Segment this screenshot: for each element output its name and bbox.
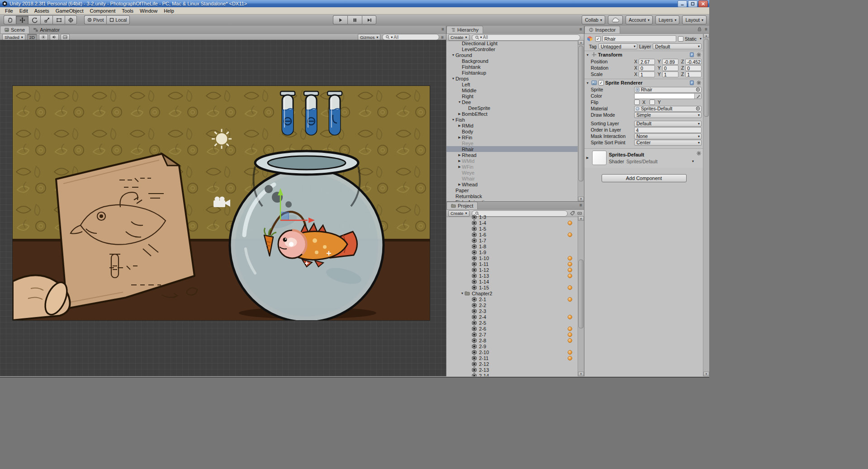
- rotate-tool-button[interactable]: [28, 15, 40, 24]
- local-button[interactable]: Local: [106, 15, 130, 24]
- fold-arrow-icon[interactable]: ▼: [451, 53, 455, 57]
- tag-dropdown[interactable]: Untagged▾: [598, 43, 637, 49]
- hierarchy-item-dee[interactable]: ▼Dee: [446, 99, 578, 105]
- project-item-2-2[interactable]: 2-2: [446, 302, 578, 308]
- flip-y-checkbox[interactable]: [650, 99, 655, 105]
- gear-icon[interactable]: [696, 80, 702, 85]
- scroll-up-icon[interactable]: ▲: [703, 33, 709, 38]
- hierarchy-item-wfin[interactable]: ▶WFin: [446, 164, 578, 170]
- rect-tool-button[interactable]: [52, 15, 65, 24]
- fold-arrow-icon[interactable]: ▶: [585, 156, 590, 160]
- fold-arrow-icon[interactable]: ▶: [457, 153, 462, 157]
- hierarchy-item-rfin[interactable]: ▶RFin: [446, 134, 578, 140]
- project-item-1-11[interactable]: 1-11: [446, 261, 578, 267]
- tab-animator[interactable]: Animator: [29, 26, 64, 33]
- fold-arrow-icon[interactable]: ▼: [585, 81, 590, 85]
- scene-effects-toggle[interactable]: [61, 34, 70, 40]
- project-item-chapter2[interactable]: ▼Chapter2: [446, 290, 578, 296]
- draw-mode-dropdown[interactable]: Simple▾: [634, 112, 702, 118]
- shaded-dropdown[interactable]: Shaded▾: [2, 34, 25, 40]
- project-item-1-10[interactable]: 1-10: [446, 255, 578, 261]
- fold-arrow-icon[interactable]: ▶: [457, 159, 462, 163]
- scale-tool-button[interactable]: [40, 15, 52, 24]
- scene-tab-menu-icon[interactable]: ≡: [441, 27, 444, 32]
- help-book-icon[interactable]: [689, 80, 694, 85]
- rotation-z-field[interactable]: 0: [685, 65, 702, 71]
- menu-help[interactable]: Help: [161, 8, 177, 14]
- project-item-2-7[interactable]: 2-7: [446, 332, 578, 337]
- scene-search[interactable]: ▾ All: [382, 34, 439, 40]
- layers-button[interactable]: Layers▾: [655, 15, 680, 24]
- 2d-toggle[interactable]: 2D: [27, 34, 37, 40]
- directional-light-gizmo[interactable]: [212, 129, 232, 149]
- scene-toolbar-menu-icon[interactable]: ≡: [441, 35, 444, 40]
- account-button[interactable]: Account▾: [626, 15, 653, 24]
- fold-arrow-icon[interactable]: ▶: [457, 136, 462, 139]
- scroll-up-icon[interactable]: ▲: [578, 216, 584, 221]
- hierarchy-item-body[interactable]: Body: [446, 128, 578, 134]
- hand-tool-button[interactable]: [4, 15, 16, 24]
- color-swatch[interactable]: [635, 94, 694, 99]
- scroll-down-icon[interactable]: ▼: [578, 372, 584, 376]
- project-item-1-3[interactable]: 1-3: [446, 214, 578, 220]
- cloud-button[interactable]: [608, 15, 623, 24]
- lock-icon[interactable]: [697, 27, 702, 32]
- scene-audio-toggle[interactable]: [50, 34, 59, 40]
- scale-x-field[interactable]: 1: [639, 71, 655, 77]
- gear-icon[interactable]: [696, 151, 702, 156]
- hierarchy-item-returnblack[interactable]: Returnblack: [446, 193, 578, 199]
- fold-arrow-icon[interactable]: ▼: [451, 118, 455, 121]
- hierarchy-item-rhair[interactable]: Rhair: [446, 146, 578, 152]
- project-item-1-14[interactable]: 1-14: [446, 279, 578, 284]
- search-filter-dropdown-icon[interactable]: ▾: [391, 35, 393, 39]
- hierarchy-item-paper[interactable]: Paper: [446, 187, 578, 193]
- transform-component-header[interactable]: ▼ Transform: [584, 51, 703, 58]
- flip-x-checkbox[interactable]: [634, 99, 640, 105]
- fold-arrow-icon[interactable]: ▼: [460, 292, 465, 295]
- step-button[interactable]: [362, 15, 376, 24]
- fold-arrow-icon[interactable]: ▶: [457, 183, 462, 186]
- hierarchy-create-dropdown[interactable]: Create▾: [448, 34, 470, 41]
- project-item-1-7[interactable]: 1-7: [446, 237, 578, 243]
- fold-arrow-icon[interactable]: ▶: [457, 165, 462, 169]
- project-item-2-8[interactable]: 2-8: [446, 337, 578, 343]
- menu-gameobject[interactable]: GameObject: [52, 8, 87, 14]
- menu-tools[interactable]: Tools: [119, 8, 137, 14]
- hierarchy-item-directional-light[interactable]: Directional Light: [446, 40, 578, 46]
- project-item-1-9[interactable]: 1-9: [446, 249, 578, 255]
- object-picker-icon[interactable]: [696, 87, 700, 92]
- hierarchy-item-background[interactable]: Background: [446, 58, 578, 64]
- hierarchy-item-whead[interactable]: ▶Whead: [446, 181, 578, 187]
- project-item-2-4[interactable]: 2-4: [446, 314, 578, 320]
- position-x-field[interactable]: 2.67: [639, 59, 655, 65]
- material-object-field[interactable]: Sprites-Default: [634, 106, 702, 112]
- hierarchy-item-right[interactable]: Right: [446, 93, 578, 99]
- project-item-2-14[interactable]: 2-14: [446, 373, 578, 376]
- project-tab-menu-icon[interactable]: ≡: [579, 203, 582, 208]
- tab-hierarchy[interactable]: Hierarchy: [446, 26, 483, 33]
- hierarchy-item-deesprite[interactable]: DeeSprite: [446, 105, 578, 111]
- add-component-button[interactable]: Add Component: [602, 174, 687, 182]
- object-picker-icon[interactable]: [696, 106, 700, 111]
- sprite-renderer-component-header[interactable]: ▼ ✓ Sprite Renderer: [584, 79, 703, 86]
- scale-z-field[interactable]: 1: [685, 71, 702, 77]
- hierarchy-item-fish[interactable]: ▼Fish: [446, 117, 578, 123]
- menu-component[interactable]: Component: [86, 8, 119, 14]
- project-item-2-3[interactable]: 2-3: [446, 308, 578, 314]
- rotation-x-field[interactable]: 0: [639, 65, 655, 71]
- active-checkbox[interactable]: ✓: [595, 36, 601, 42]
- hierarchy-item-fishtankup[interactable]: Fishtankup: [446, 70, 578, 76]
- fold-arrow-icon[interactable]: ▶: [457, 112, 462, 116]
- static-dropdown-icon[interactable]: ▾: [700, 37, 702, 41]
- sprite-renderer-enabled-checkbox[interactable]: ✓: [598, 80, 604, 85]
- hierarchy-item-ground[interactable]: ▼Ground: [446, 52, 578, 58]
- hierarchy-item-reye[interactable]: Reye: [446, 140, 578, 146]
- scale-y-field[interactable]: 1: [662, 71, 678, 77]
- play-button[interactable]: [333, 15, 347, 24]
- static-toggle[interactable]: Static ▾: [678, 36, 702, 42]
- scene-lighting-toggle[interactable]: [39, 34, 48, 40]
- project-item-2-9[interactable]: 2-9: [446, 343, 578, 349]
- shader-dropdown-icon[interactable]: ▾: [692, 159, 694, 163]
- transform-tool-button[interactable]: [65, 15, 77, 24]
- layer-dropdown[interactable]: Default▾: [653, 43, 702, 49]
